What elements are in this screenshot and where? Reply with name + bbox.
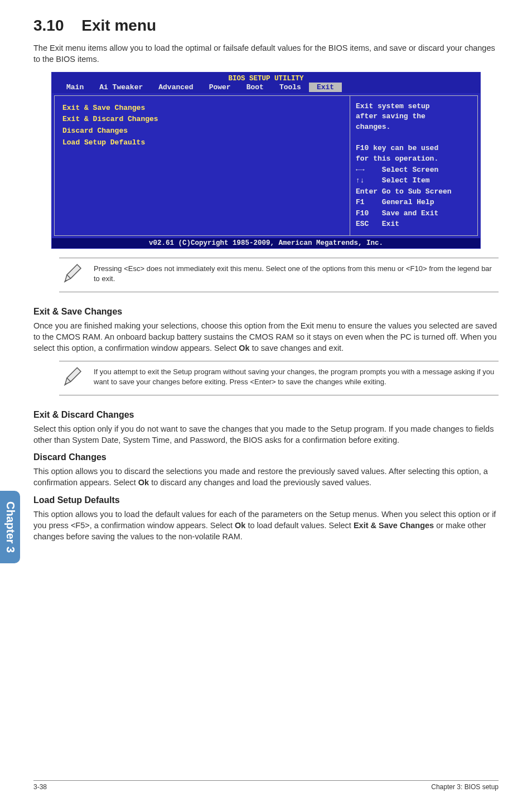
text: to save changes and exit. bbox=[250, 344, 344, 352]
bios-help-line bbox=[356, 133, 472, 143]
bios-help-line: F10 key can be used bbox=[356, 143, 472, 154]
bios-tab-power[interactable]: Power bbox=[201, 83, 239, 92]
text: to load default values. Select bbox=[245, 521, 353, 530]
page-heading: 3.10 Exit menu bbox=[33, 17, 499, 35]
bios-item-discard[interactable]: Discard Changes bbox=[62, 125, 342, 137]
bios-header: BIOS SETUP UTILITY Main Ai Tweaker Advan… bbox=[52, 73, 480, 93]
heading-number: 3.10 bbox=[33, 17, 64, 34]
bios-tab-main[interactable]: Main bbox=[59, 83, 91, 92]
pencil-note-icon bbox=[61, 366, 84, 390]
bios-tab-aitweaker[interactable]: Ai Tweaker bbox=[91, 83, 151, 92]
bios-legend-row: Enter Go to Sub Screen bbox=[356, 186, 472, 197]
paragraph-exit-save: Once you are finished making your select… bbox=[33, 320, 499, 354]
bios-menu-list: Exit & Save Changes Exit & Discard Chang… bbox=[54, 95, 350, 236]
bios-item-exit-discard[interactable]: Exit & Discard Changes bbox=[62, 114, 342, 125]
bios-legend-row: ←→ Select Screen bbox=[356, 165, 472, 176]
subheading-exit-save: Exit & Save Changes bbox=[33, 307, 499, 317]
intro-paragraph: The Exit menu items allow you to load th… bbox=[33, 42, 499, 65]
bios-tab-boot[interactable]: Boot bbox=[239, 83, 272, 92]
bios-item-exit-save[interactable]: Exit & Save Changes bbox=[62, 103, 342, 114]
paragraph-exit-discard: Select this option only if you do not wa… bbox=[33, 423, 499, 446]
bios-legend-row: ↑↓ Select Item bbox=[356, 175, 472, 186]
note-box: If you attempt to exit the Setup program… bbox=[59, 361, 499, 395]
bios-help-line: for this operation. bbox=[356, 154, 472, 165]
bios-title: BIOS SETUP UTILITY bbox=[52, 74, 480, 83]
note-text: If you attempt to exit the Setup program… bbox=[94, 366, 496, 387]
bios-tab-exit[interactable]: Exit bbox=[309, 83, 342, 92]
bios-screenshot: BIOS SETUP UTILITY Main Ai Tweaker Advan… bbox=[51, 72, 481, 249]
bios-legend-row: F1 General Help bbox=[356, 197, 472, 208]
chapter-tab: Chapter 3 bbox=[0, 491, 20, 563]
bold-text: Exit & Save Changes bbox=[354, 521, 434, 530]
bios-legend-row: F10 Save and Exit bbox=[356, 208, 472, 219]
note-box: Pressing <Esc> does not immediately exit… bbox=[59, 258, 499, 292]
bios-legend: ←→ Select Screen ↑↓ Select Item Enter Go… bbox=[356, 165, 472, 230]
note-text: Pressing <Esc> does not immediately exit… bbox=[94, 263, 496, 284]
bios-tab-advanced[interactable]: Advanced bbox=[151, 83, 201, 92]
subheading-discard: Discard Changes bbox=[33, 452, 499, 462]
bold-text: Ok bbox=[235, 521, 245, 530]
bios-item-load-defaults[interactable]: Load Setup Defaults bbox=[62, 137, 342, 149]
footer-chapter-label: Chapter 3: BIOS setup bbox=[431, 783, 499, 791]
text: to discard any changes and load the prev… bbox=[149, 478, 371, 487]
bios-help-line: after saving the bbox=[356, 112, 472, 122]
pencil-note-icon bbox=[61, 263, 84, 287]
bios-body: Exit & Save Changes Exit & Discard Chang… bbox=[52, 93, 480, 238]
bios-help-text: Exit system setup after saving the chang… bbox=[356, 102, 472, 165]
footer-page-number: 3-38 bbox=[33, 783, 47, 791]
bios-tab-tools[interactable]: Tools bbox=[272, 83, 309, 92]
paragraph-load-defaults: This option allows you to load the defau… bbox=[33, 509, 499, 543]
bios-tabbar: Main Ai Tweaker Advanced Power Boot Tool… bbox=[52, 83, 480, 93]
page-footer: 3-38 Chapter 3: BIOS setup bbox=[33, 780, 499, 791]
bios-footer: v02.61 (C)Copyright 1985-2009, American … bbox=[52, 238, 480, 248]
subheading-exit-discard: Exit & Discard Changes bbox=[33, 410, 499, 420]
heading-title: Exit menu bbox=[81, 17, 156, 34]
subheading-load-defaults: Load Setup Defaults bbox=[33, 495, 499, 505]
bios-right-panel: Exit system setup after saving the chang… bbox=[350, 95, 478, 236]
bios-help-line: changes. bbox=[356, 122, 472, 133]
bios-help-line: Exit system setup bbox=[356, 102, 472, 112]
bold-text: Ok bbox=[239, 344, 249, 352]
paragraph-discard: This option allows you to discard the se… bbox=[33, 466, 499, 489]
bold-text: Ok bbox=[138, 478, 149, 487]
bios-legend-row: ESC Exit bbox=[356, 219, 472, 230]
